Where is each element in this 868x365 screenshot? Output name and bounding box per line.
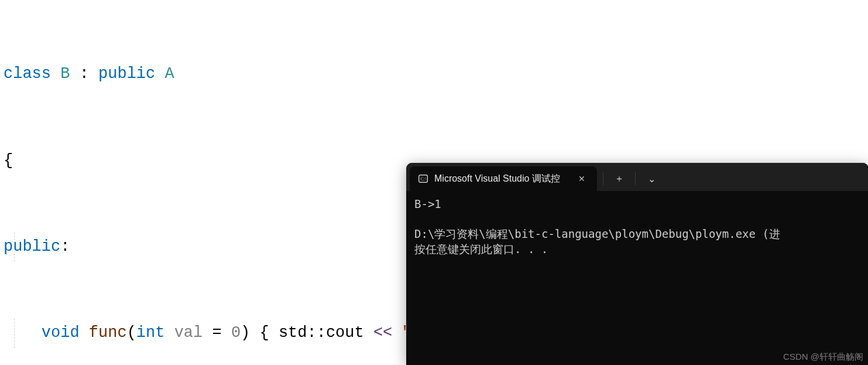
output-line: D:\学习资料\编程\bit-c-language\ploym\Debug\pl… bbox=[414, 227, 780, 240]
keyword-public: public bbox=[98, 65, 155, 83]
terminal-tab-icon: C:\ bbox=[418, 173, 428, 184]
watermark-text: CSDN @轩轩曲觞阁 bbox=[783, 352, 863, 363]
type-name: A bbox=[164, 65, 174, 83]
tab-divider bbox=[603, 172, 603, 185]
output-line: 按任意键关闭此窗口. . . bbox=[414, 243, 548, 255]
terminal-tab[interactable]: C:\ Microsoft Visual Studio 调试控 ✕ bbox=[410, 166, 597, 191]
terminal-output[interactable]: B->1 D:\学习资料\编程\bit-c-language\ploym\Deb… bbox=[406, 191, 868, 263]
function-name: func bbox=[89, 324, 127, 342]
terminal-window[interactable]: C:\ Microsoft Visual Studio 调试控 ✕ ＋ ⌄ B-… bbox=[406, 163, 868, 365]
output-line: B->1 bbox=[414, 197, 441, 210]
tab-divider bbox=[635, 172, 636, 185]
terminal-titlebar[interactable]: C:\ Microsoft Visual Studio 调试控 ✕ ＋ ⌄ bbox=[406, 163, 868, 191]
type-name: B bbox=[60, 65, 70, 83]
terminal-tab-title: Microsoft Visual Studio 调试控 bbox=[434, 173, 569, 185]
keyword-class: class bbox=[4, 65, 51, 83]
new-tab-button[interactable]: ＋ bbox=[607, 168, 632, 190]
tab-dropdown-button[interactable]: ⌄ bbox=[639, 168, 664, 190]
svg-text:C:\: C:\ bbox=[421, 176, 427, 182]
terminal-tab-actions: ＋ ⌄ bbox=[599, 166, 667, 191]
close-icon[interactable]: ✕ bbox=[575, 173, 589, 185]
code-line: class B : public A bbox=[4, 60, 864, 88]
